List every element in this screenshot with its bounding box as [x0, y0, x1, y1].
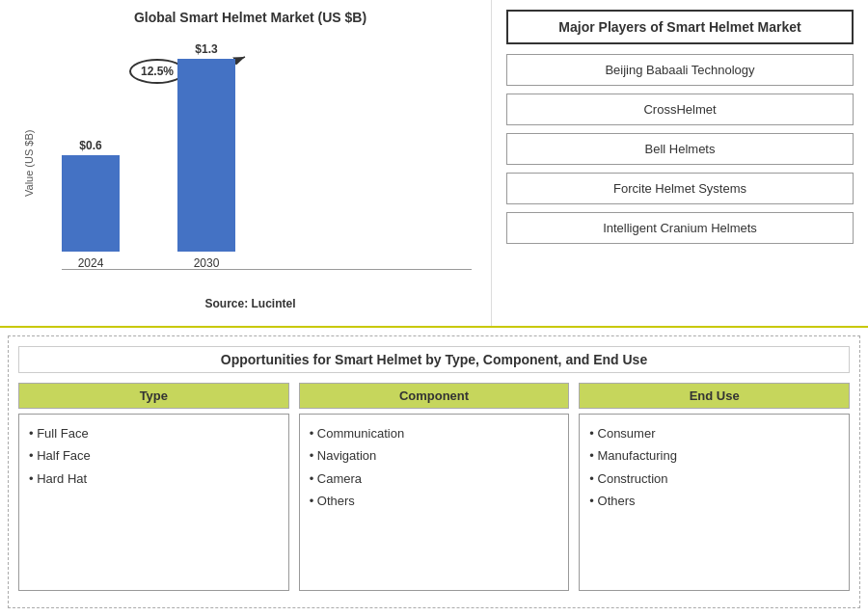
- chart-inner: Value (US $B) 12.5%: [19, 33, 481, 293]
- source-text: Source: Lucintel: [19, 297, 481, 310]
- column-enduse: End Use Consumer Manufacturing Construct…: [579, 383, 850, 591]
- column-type-header: Type: [18, 383, 289, 409]
- bar-2024-rect: [62, 155, 120, 252]
- players-area: Major Players of Smart Helmet Market Bei…: [492, 0, 868, 326]
- bar-2024: $0.6 2024: [62, 139, 120, 270]
- player-item-1: Beijing Babaali Technology: [506, 54, 854, 86]
- type-item-1: Full Face: [29, 422, 279, 444]
- enduse-item-3: Construction: [589, 468, 839, 490]
- bars-container: 12.5%: [42, 33, 481, 299]
- enduse-item-1: Consumer: [589, 422, 839, 444]
- component-list: Communication Navigation Camera Others: [310, 422, 559, 513]
- enduse-item-2: Manufacturing: [589, 444, 839, 467]
- bar-2024-value: $0.6: [79, 139, 101, 152]
- y-axis-label: Value (US $B): [19, 33, 39, 293]
- enduse-list: Consumer Manufacturing Construction Othe…: [589, 422, 839, 513]
- columns-row: Type Full Face Half Face Hard Hat Compon…: [18, 383, 850, 591]
- bar-2024-label: 2024: [78, 256, 104, 270]
- type-item-3: Hard Hat: [29, 468, 279, 490]
- chart-body: 12.5%: [42, 33, 481, 293]
- main-container: Global Smart Helmet Market (US $B) Value…: [0, 0, 868, 616]
- bar-2030-label: 2030: [194, 256, 220, 270]
- component-item-2: Navigation: [310, 444, 559, 467]
- player-item-3: Bell Helmets: [506, 133, 854, 165]
- column-component-header: Component: [299, 383, 570, 409]
- bottom-section: Opportunities for Smart Helmet by Type, …: [8, 335, 860, 608]
- enduse-item-4: Others: [589, 490, 839, 512]
- column-type: Type Full Face Half Face Hard Hat: [18, 383, 289, 591]
- column-component-content: Communication Navigation Camera Others: [299, 414, 570, 591]
- players-list: Beijing Babaali Technology CrossHelmet B…: [506, 54, 854, 244]
- player-item-4: Forcite Helmet Systems: [506, 173, 854, 204]
- type-item-2: Half Face: [29, 444, 279, 467]
- players-title: Major Players of Smart Helmet Market: [506, 10, 854, 44]
- type-list: Full Face Half Face Hard Hat: [29, 422, 279, 490]
- column-enduse-content: Consumer Manufacturing Construction Othe…: [579, 414, 850, 591]
- player-item-5: Intelligent Cranium Helmets: [506, 212, 854, 244]
- player-item-2: CrossHelmet: [506, 94, 854, 125]
- bar-2030-rect: [177, 59, 235, 252]
- bar-2030-value: $1.3: [195, 42, 217, 56]
- chart-area: Global Smart Helmet Market (US $B) Value…: [0, 0, 492, 326]
- chart-title: Global Smart Helmet Market (US $B): [19, 10, 481, 25]
- column-enduse-header: End Use: [579, 383, 850, 409]
- bar-2030: $1.3 2030: [177, 42, 235, 270]
- column-type-content: Full Face Half Face Hard Hat: [18, 414, 289, 591]
- component-item-4: Others: [310, 490, 559, 512]
- column-component: Component Communication Navigation Camer…: [299, 383, 570, 591]
- component-item-3: Camera: [310, 468, 559, 490]
- x-axis-line: [62, 269, 472, 270]
- top-section: Global Smart Helmet Market (US $B) Value…: [0, 0, 868, 328]
- component-item-1: Communication: [310, 422, 559, 444]
- opportunities-title: Opportunities for Smart Helmet by Type, …: [18, 346, 850, 373]
